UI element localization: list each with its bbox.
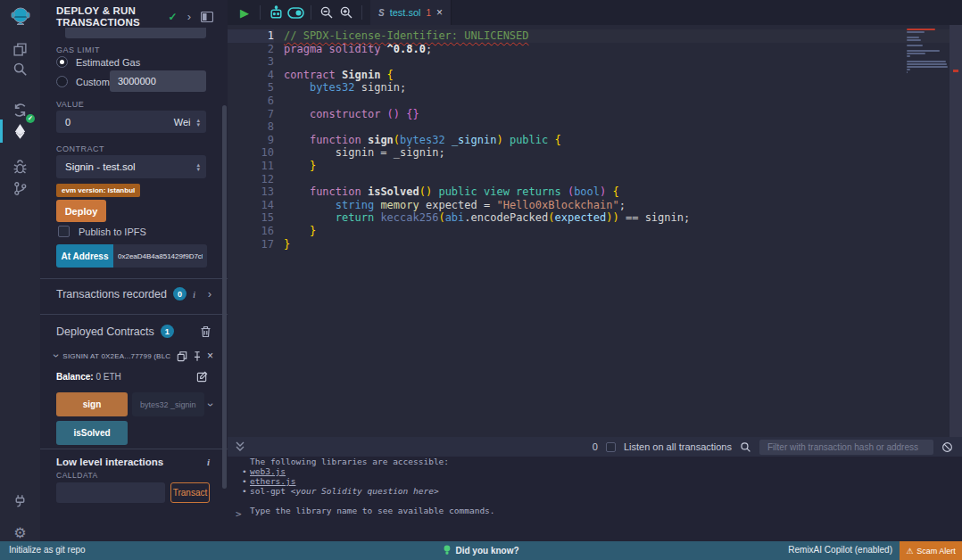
deployed-contract-item-label[interactable]: SIGNIN AT 0X2EA...77799 (BLC	[62, 352, 172, 360]
edit-balance-icon[interactable]	[196, 371, 208, 383]
terminal-collapse-icon[interactable]	[235, 441, 245, 452]
pin-contract-icon[interactable]	[192, 350, 203, 362]
debugger-icon[interactable]	[0, 155, 40, 178]
error-overview-mark	[953, 70, 958, 72]
minimap-line	[907, 37, 919, 38]
value-unit-select[interactable]: Wei	[174, 117, 191, 128]
minimap-line	[907, 71, 908, 73]
transactions-info-icon[interactable]: i	[193, 289, 195, 300]
toolbar-separator	[361, 5, 362, 20]
deployed-contracts-count-badge: 1	[161, 325, 174, 338]
copilot-toggle[interactable]	[286, 3, 305, 22]
custom-gas-input[interactable]	[110, 70, 206, 92]
copilot-status[interactable]: RemixAI Copilot (enabled)	[788, 545, 892, 555]
active-tab-indicator	[0, 119, 3, 143]
terminal-link[interactable]: web3.js	[250, 466, 286, 476]
solidity-file-icon: S	[378, 8, 385, 18]
deploy-button[interactable]: Deploy	[56, 200, 106, 222]
code-editor[interactable]: 1// SPDX-License-Identifier: UNLICENSED2…	[228, 25, 962, 437]
lightbulb-icon	[443, 545, 451, 556]
did-you-know[interactable]: Did you know?	[443, 545, 518, 556]
estimated-gas-radio-row: Estimated Gas	[56, 56, 140, 68]
tab-problem-badge: 1	[427, 8, 432, 18]
custom-gas-radio-row: Custom	[56, 76, 110, 87]
transact-button[interactable]: Transact	[170, 482, 210, 503]
terminal-prompt[interactable]: >	[236, 508, 242, 520]
clear-deployed-trash-icon[interactable]	[200, 325, 211, 338]
line-number: 3	[228, 55, 274, 69]
sign-param-input[interactable]	[132, 392, 204, 416]
search-icon[interactable]	[0, 57, 40, 80]
deploy-and-run-icon[interactable]	[0, 119, 40, 143]
low-level-info-icon[interactable]: i	[207, 457, 210, 467]
remix-logo-icon[interactable]	[0, 5, 40, 29]
transactions-count-badge: 0	[173, 287, 187, 301]
solidity-compiler-icon[interactable]: ✓	[0, 98, 40, 121]
terminal-search-icon	[740, 441, 751, 453]
minimap[interactable]	[907, 29, 948, 74]
sign-function-button[interactable]: sign	[56, 392, 128, 416]
remixai-assistant-icon[interactable]	[266, 3, 286, 22]
pin-panel-icon[interactable]	[201, 12, 213, 22]
account-select-partial[interactable]	[65, 28, 206, 38]
terminal-link[interactable]: ethers.js	[250, 476, 295, 486]
estimated-gas-radio[interactable]	[56, 56, 68, 68]
minimap-line	[907, 29, 935, 30]
plugin-manager-icon[interactable]	[0, 489, 40, 512]
terminal-line: •ethers.js	[228, 476, 962, 486]
editor-scrollbar[interactable]	[950, 25, 962, 437]
custom-gas-radio[interactable]	[56, 76, 68, 87]
panel-expand-icon[interactable]: ›	[187, 12, 191, 21]
line-number: 4	[228, 69, 274, 82]
issolved-function-button[interactable]: isSolved	[56, 421, 128, 445]
scam-alert-button[interactable]: ⚠ Scam Alert	[900, 541, 962, 560]
terminal-line: •web3.js	[228, 466, 962, 476]
sign-expand-icon[interactable]: ›	[206, 402, 215, 406]
transactions-recorded-row[interactable]: Transactions recorded 0 i ›	[56, 287, 211, 301]
code-line: 8	[228, 120, 962, 134]
at-address-button[interactable]: At Address	[56, 244, 113, 268]
copy-address-icon[interactable]	[177, 350, 187, 362]
terminal-output[interactable]: The following libraries are accessible:•…	[228, 457, 962, 541]
transactions-expand-icon[interactable]: ›	[208, 290, 211, 299]
at-address-input[interactable]	[113, 244, 207, 268]
balance-label: Balance:	[56, 372, 94, 382]
deploy-run-panel: DEPLOY & RUNTRANSACTIONS ✓ › GAS LIMIT E…	[40, 0, 228, 541]
tab-close-icon[interactable]: ×	[436, 6, 443, 19]
tab-test-sol[interactable]: S test.sol 1 ×	[370, 0, 452, 25]
line-number: 1	[228, 29, 274, 43]
listen-all-checkbox[interactable]	[606, 442, 616, 452]
terminal-header: 0 Listen on all transactions	[228, 437, 962, 457]
side-panel-scrollbar[interactable]	[222, 105, 227, 489]
terminal-filter-input[interactable]	[759, 440, 933, 455]
git-init-status[interactable]: Initialize as git repo	[9, 545, 86, 555]
code-line: 1// SPDX-License-Identifier: UNLICENSED	[228, 29, 962, 43]
minimap-line	[907, 45, 923, 46]
run-script-play-icon[interactable]: ▶	[235, 3, 254, 22]
minimap-line	[907, 69, 910, 70]
contract-item-collapse-icon[interactable]: ›	[52, 354, 61, 358]
value-unit-stepper[interactable]: ▴▾	[196, 118, 200, 127]
remove-contract-icon[interactable]: ×	[207, 350, 213, 362]
panel-title: DEPLOY & RUNTRANSACTIONS	[56, 5, 163, 28]
deployed-contracts-label: Deployed Contracts	[56, 325, 154, 338]
code-line: 11 }	[228, 160, 962, 173]
clear-filter-ban-icon[interactable]	[941, 441, 953, 453]
toolbar-separator	[260, 5, 261, 20]
git-icon[interactable]	[0, 177, 40, 200]
calldata-input[interactable]	[56, 482, 165, 503]
zoom-in-icon[interactable]	[336, 3, 356, 22]
editor-area: ▶	[228, 0, 962, 541]
terminal-line: Type the library name to see available c…	[228, 506, 962, 515]
publish-ipfs-checkbox[interactable]	[58, 226, 70, 237]
code-line: 5 bytes32 signin;	[228, 81, 962, 95]
section-divider	[40, 278, 228, 279]
terminal-line	[228, 496, 962, 506]
contract-select[interactable]: Signin - test.sol ▴▾	[56, 155, 206, 178]
status-bar: Initialize as git repo Did you know? Rem…	[0, 541, 962, 560]
value-input[interactable]: 0	[56, 117, 174, 128]
line-number: 5	[228, 81, 274, 95]
remix-ide-window: ✓ ⚙	[0, 0, 962, 560]
zoom-out-icon[interactable]	[317, 3, 336, 22]
listen-all-label: Listen on all transactions	[624, 441, 732, 452]
